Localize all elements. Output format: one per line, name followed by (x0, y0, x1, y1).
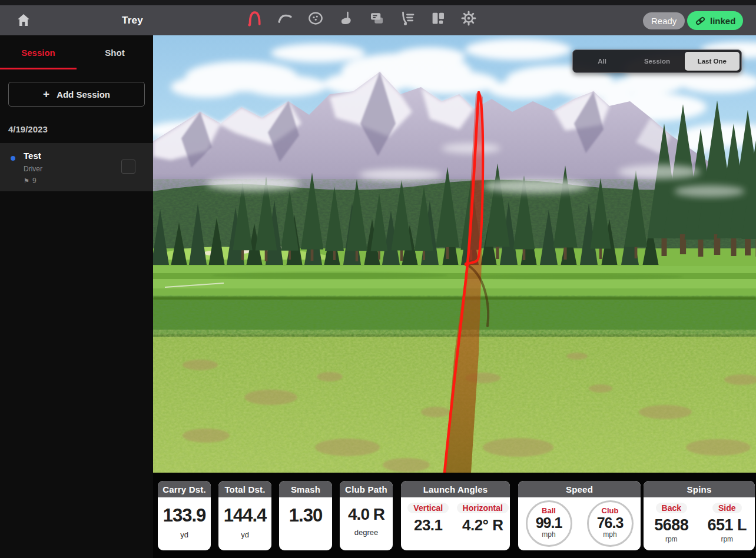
session-date: 4/19/2023 (8, 124, 153, 134)
total-distance-unit: yd (218, 530, 271, 539)
club-button[interactable] (336, 8, 356, 28)
tab-shot[interactable]: Shot (77, 35, 153, 69)
dashboard-icon (429, 9, 447, 27)
ball-speed-value: 99.1 (528, 515, 571, 530)
club-path-title: Club Path (340, 481, 393, 497)
back-spin-value: 5688 (644, 516, 699, 534)
home-button[interactable] (15, 12, 33, 29)
toggle-session-label: Session (644, 58, 670, 65)
top-bar: Trey (0, 0, 756, 35)
trace-filter-toggle: All Session Last One (572, 49, 742, 73)
session-list-item[interactable]: Test Driver ⚑ 9 (0, 143, 153, 191)
side-spin-label: Side (712, 503, 742, 513)
link-icon (695, 15, 706, 26)
session-shot-count: ⚑ 9 (24, 177, 37, 185)
club-icon (337, 9, 355, 27)
system-strip (0, 0, 756, 5)
add-session-label: Add Session (57, 89, 110, 99)
tab-session-label: Session (21, 48, 55, 58)
ready-status-label: Ready (651, 16, 677, 26)
toolbar (244, 8, 479, 28)
club-speed-label: Club (589, 506, 632, 515)
grass-bank (153, 297, 756, 337)
shot-trace-button[interactable] (244, 8, 264, 28)
launch-angles-title: Launch Angles (401, 481, 510, 497)
carry-distance-card: Carry Dst. 133.9 yd (158, 481, 211, 550)
total-distance-value: 144.4 (218, 505, 271, 526)
page-title: Trey (103, 15, 162, 26)
smash-card: Smash 1.30 (279, 481, 332, 550)
course-render (153, 35, 756, 473)
shot-trace-icon (246, 9, 263, 27)
app-window: Trey (0, 0, 756, 558)
horizontal-label: Horizontal (457, 503, 509, 513)
back-spin-unit: rpm (644, 535, 699, 543)
home-icon (15, 12, 32, 28)
club-path-unit: degree (340, 528, 393, 537)
speed-title: Speed (518, 481, 641, 497)
vertical-label: Vertical (407, 503, 449, 513)
launch-angles-card: Launch Angles Vertical 23.1 Horizontal 4… (401, 481, 510, 550)
session-name: Test (24, 151, 41, 161)
club-speed-gauge: Club 76.3 mph (587, 500, 634, 547)
active-session-dot (11, 156, 15, 161)
speed-card: Speed Ball 99.1 mph Club 76.3 mph (518, 481, 641, 550)
toggle-session[interactable]: Session (629, 52, 684, 71)
shot-count-value: 9 (32, 177, 37, 185)
spins-card: Spins Back 5688 rpm Side 651 L rpm (644, 481, 755, 550)
settings-gear-icon (460, 9, 478, 27)
club-path-card: Club Path 4.0 R degree (340, 481, 393, 550)
toggle-last-one[interactable]: Last One (685, 52, 740, 71)
dashboard-button[interactable] (428, 8, 448, 28)
ball-button[interactable] (306, 8, 326, 28)
side-spin-value: 651 L (699, 516, 755, 534)
stats-bar: Carry Dst. 133.9 yd Total Dst. 144.4 yd … (153, 473, 756, 558)
fairway-stripes (153, 266, 756, 299)
toggle-last-one-label: Last One (698, 58, 727, 65)
shot-list-button[interactable] (397, 8, 417, 28)
session-club: Driver (24, 165, 42, 173)
sidebar-tabs: Session Shot (0, 35, 153, 69)
vertical-value: 23.1 (401, 516, 456, 534)
horizontal-value: 4.2° R (456, 516, 510, 534)
back-spin-label: Back (656, 503, 687, 513)
ball-icon (307, 9, 324, 27)
session-cards-button[interactable] (367, 8, 387, 28)
club-path-value: 4.0 R (340, 505, 393, 524)
smash-unit (279, 530, 332, 539)
total-distance-card: Total Dst. 144.4 yd (218, 481, 271, 550)
add-session-button[interactable]: + Add Session (8, 82, 145, 107)
spins-title: Spins (644, 481, 755, 497)
ball-speed-gauge: Ball 99.1 mph (526, 500, 572, 547)
ball-speed-label: Ball (528, 506, 571, 515)
club-speed-value: 76.3 (589, 515, 632, 530)
ball-speed-unit: mph (528, 530, 571, 539)
linked-status-label: linked (710, 16, 735, 26)
carry-distance-value: 133.9 (158, 505, 211, 526)
side-spin-unit: rpm (699, 535, 755, 543)
ready-status-badge[interactable]: Ready (643, 12, 685, 29)
tab-session[interactable]: Session (0, 35, 77, 69)
carry-distance-title: Carry Dst. (158, 481, 211, 497)
linked-status-badge[interactable]: linked (687, 11, 743, 30)
trajectory-icon (276, 9, 294, 27)
carry-distance-unit: yd (158, 530, 211, 539)
plus-icon: + (43, 88, 49, 101)
total-distance-title: Total Dst. (218, 481, 271, 497)
smash-value: 1.30 (279, 505, 332, 526)
course-view[interactable]: All Session Last One (153, 35, 756, 473)
tab-shot-label: Shot (105, 48, 124, 58)
trajectory-button[interactable] (275, 8, 295, 28)
toggle-all[interactable]: All (575, 52, 629, 71)
toggle-all-label: All (598, 58, 606, 65)
session-checkbox[interactable] (121, 160, 135, 174)
club-speed-unit: mph (589, 530, 632, 539)
smash-title: Smash (279, 481, 332, 497)
shot-list-icon (399, 9, 416, 27)
settings-button[interactable] (459, 8, 479, 28)
session-cards-icon (368, 9, 386, 27)
flag-icon: ⚑ (24, 177, 29, 185)
sidebar: Session Shot + Add Session 4/19/2023 Tes… (0, 35, 153, 558)
